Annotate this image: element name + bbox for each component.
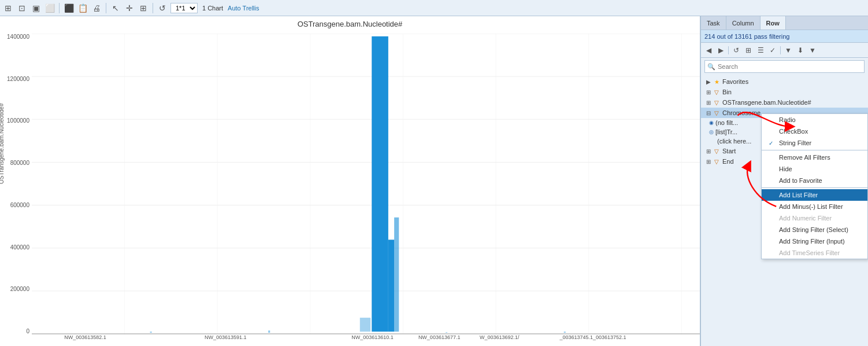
svg-rect-17 xyxy=(394,218,399,332)
svg-rect-22 xyxy=(564,332,566,333)
tree-label-ostransgene: OSTransgene.bam.Nucleotide# xyxy=(722,99,811,106)
star-icon: ★ xyxy=(713,78,721,86)
tree-item-favorites[interactable]: ▶ ★ Favorites xyxy=(701,76,868,87)
ctx-add-numeric-filter: Add Numeric Filter xyxy=(762,212,867,224)
svg-rect-15 xyxy=(372,36,388,332)
expand-chromosome[interactable]: ⊟ xyxy=(704,109,713,117)
ctx-label-numeric: Add Numeric Filter xyxy=(779,215,832,222)
chart-area: OSTransgene.bam.Nucleotide# OSTransgene.… xyxy=(0,16,700,346)
ctx-add-timeseries: Add TimeSeries Filter xyxy=(762,247,867,259)
toolbar-icon-2[interactable]: ⊡ xyxy=(16,2,28,14)
expand-bin[interactable]: ⊞ xyxy=(704,88,713,96)
y-tick-1200000: 1200000 xyxy=(7,76,29,82)
ctx-add-favorite[interactable]: Add to Favorite xyxy=(762,175,867,186)
radio-icon-1: ◉ xyxy=(709,120,714,126)
panel-list-icon[interactable]: ☰ xyxy=(755,45,766,56)
y-axis-label: OSTransgene.bam.Nucleotide# xyxy=(0,103,5,184)
search-bar[interactable]: 🔍 xyxy=(704,60,865,73)
tree-item-bin[interactable]: ⊞ ▽ Bin xyxy=(701,87,868,97)
panel-filter-icon[interactable]: ▼ xyxy=(783,45,793,56)
expand-ostransgene[interactable]: ⊞ xyxy=(704,98,713,106)
expand-start[interactable]: ⊞ xyxy=(704,147,713,155)
panel-back-icon[interactable]: ◀ xyxy=(703,45,714,56)
panel-toolbar: ◀ ▶ ↺ ⊞ ☰ ✓ ▼ ⬇ ▼ xyxy=(701,43,868,58)
filter-icon-end: ▽ xyxy=(713,157,721,165)
trellis-dropdown[interactable]: 1*1 xyxy=(170,3,198,13)
svg-rect-19 xyxy=(150,332,152,333)
x-label-2: NW_003613591.1 xyxy=(205,334,247,340)
panel-sep-1 xyxy=(728,46,729,54)
toolbar-icon-box[interactable]: ⊞ xyxy=(138,2,149,14)
ctx-label-string-input: Add String Filter (Input) xyxy=(779,238,845,245)
x-label-6: _003613745.1_003613752.1 xyxy=(559,334,626,340)
status-bar: 214 out of 13161 pass filtering xyxy=(701,30,868,43)
y-tick-1000000: 1000000 xyxy=(7,117,29,124)
filter-icon-start: ▽ xyxy=(713,147,721,155)
tree-label-chromosome: Chromosome xyxy=(722,109,761,116)
ctx-remove-all-filters[interactable]: Remove All Filters xyxy=(762,152,867,163)
x-label-5: W_003613692.1/ xyxy=(480,334,520,340)
ctx-add-string-input[interactable]: Add String Filter (Input) xyxy=(762,235,867,247)
panel-more-icon[interactable]: ▼ xyxy=(807,45,818,56)
y-tick-1400000: 1400000 xyxy=(7,34,29,40)
chart-count-label: 1 Chart xyxy=(202,5,223,12)
chart-svg xyxy=(32,34,700,334)
y-tick-800000: 800000 xyxy=(10,160,29,166)
ctx-radio[interactable]: Radio xyxy=(762,114,867,126)
ctx-label-favorite: Add to Favorite xyxy=(779,177,822,184)
panel-download-icon[interactable]: ⬇ xyxy=(795,45,806,56)
svg-rect-21 xyxy=(446,332,447,333)
status-text: 214 out of 13161 pass filtering xyxy=(704,33,789,40)
tree-label-bin: Bin xyxy=(722,89,732,95)
ctx-add-minus-list-filter[interactable]: Add Minus(-) List Filter xyxy=(762,201,867,212)
toolbar-icon-cross[interactable]: ✛ xyxy=(124,2,135,14)
sep-3 xyxy=(153,3,153,13)
filter-icon-bin: ▽ xyxy=(713,88,721,96)
panel-check-icon[interactable]: ✓ xyxy=(767,45,778,56)
toolbar-icon-arrow[interactable]: ↖ xyxy=(110,2,121,14)
tree-label-click-here: (click here... xyxy=(717,138,751,145)
toolbar-icon-refresh[interactable]: ↺ xyxy=(157,2,168,14)
tab-bar: Task Column Row xyxy=(701,16,868,30)
filter-icon-chromosome: ▽ xyxy=(713,109,721,117)
ctx-hide[interactable]: Hide xyxy=(762,163,867,175)
toolbar-icon-1[interactable]: ⊞ xyxy=(2,2,14,14)
ctx-add-string-select[interactable]: Add String Filter (Select) xyxy=(762,224,867,235)
panel-sep-2 xyxy=(780,46,781,54)
tab-column[interactable]: Column xyxy=(726,16,761,30)
toolbar-icon-7[interactable]: 🖨 xyxy=(91,2,102,14)
panel-grid-icon[interactable]: ⊞ xyxy=(743,45,754,56)
tab-task[interactable]: Task xyxy=(701,16,726,30)
toolbar-icon-4[interactable]: ⬜ xyxy=(44,2,55,14)
context-menu: Radio CheckBox ✓ String Filter Remove Al… xyxy=(761,113,868,259)
expand-favorites[interactable]: ▶ xyxy=(704,78,713,86)
tree-label-start: Start xyxy=(722,148,736,154)
ctx-string-filter[interactable]: ✓ String Filter xyxy=(762,137,867,149)
y-tick-0: 0 xyxy=(26,328,29,334)
ctx-label-hide: Hide xyxy=(779,165,792,172)
panel-refresh-icon[interactable]: ↺ xyxy=(731,45,741,56)
ctx-sep-1 xyxy=(762,150,867,150)
expand-end[interactable]: ⊞ xyxy=(704,157,713,165)
main-toolbar: ⊞ ⊡ ▣ ⬜ ⬛ 📋 🖨 ↖ ✛ ⊞ ↺ 1*1 1 Chart Auto T… xyxy=(0,0,868,16)
tree-label-no-filter: (no filt... xyxy=(715,119,738,126)
svg-rect-20 xyxy=(268,330,270,333)
ctx-label-string-select: Add String Filter (Select) xyxy=(779,226,848,233)
sep-1 xyxy=(59,3,60,13)
ctx-label-string-filter: String Filter xyxy=(779,139,811,146)
panel-forward-icon[interactable]: ▶ xyxy=(715,45,726,56)
toolbar-icon-3[interactable]: ▣ xyxy=(30,2,42,14)
ctx-check-string-filter: ✓ xyxy=(769,140,777,146)
y-tick-600000: 600000 xyxy=(10,202,29,208)
y-tick-400000: 400000 xyxy=(10,244,29,251)
toolbar-icon-6[interactable]: 📋 xyxy=(77,2,88,14)
search-icon: 🔍 xyxy=(707,63,715,71)
ctx-add-list-filter[interactable]: Add List Filter xyxy=(762,189,867,201)
toolbar-icon-5[interactable]: ⬛ xyxy=(63,2,75,14)
tree-item-ostransgene[interactable]: ⊞ ▽ OSTransgene.bam.Nucleotide# xyxy=(701,97,868,108)
y-tick-200000: 200000 xyxy=(10,286,29,292)
ctx-checkbox[interactable]: CheckBox xyxy=(762,126,867,137)
tab-row[interactable]: Row xyxy=(761,16,786,30)
auto-trellis-link[interactable]: Auto Trellis xyxy=(228,5,259,12)
search-input[interactable] xyxy=(718,63,862,70)
